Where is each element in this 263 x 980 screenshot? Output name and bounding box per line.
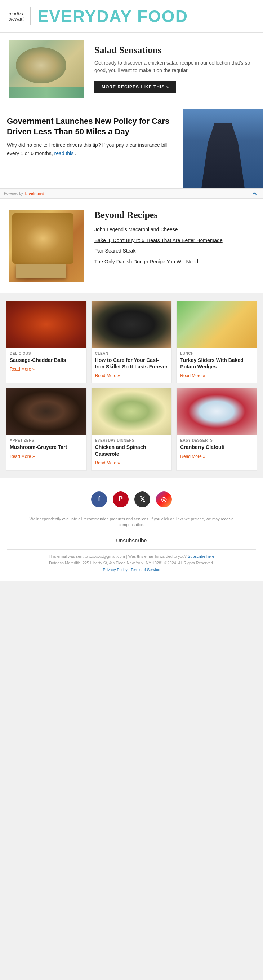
ad-text-block: Government Launches New Policy for Cars … (0, 109, 184, 188)
header-title: EVERYDAY FOOD (38, 6, 188, 26)
beyond-link-3[interactable]: The Only Danish Dough Recipe You Will Ne… (94, 258, 254, 266)
card-title-2: Turkey Sliders With Baked Potato Wedges (180, 357, 253, 370)
beyond-link-1[interactable]: Bake It, Don't Buy It: 6 Treats That Are… (94, 237, 254, 244)
recipe-card-4: EVERYDAY DINNERS Chicken and Spinach Cas… (91, 388, 172, 470)
beyond-image (9, 210, 84, 282)
instagram-icon[interactable]: ◎ (156, 492, 172, 508)
footer-line3: Privacy Policy | Terms of Service (7, 566, 256, 573)
card-image-3 (6, 388, 87, 435)
card-category-0: DELICIOUS (10, 352, 83, 355)
card-title-4: Chicken and Spinach Casserole (95, 444, 168, 457)
card-title-1: How to Care for Your Cast-Iron Skillet S… (95, 357, 168, 370)
recipe-card-1: CLEAN How to Care for Your Cast-Iron Ski… (91, 301, 172, 383)
card-body-1: CLEAN How to Care for Your Cast-Iron Ski… (92, 348, 172, 383)
card-title-3: Mushroom-Gruyere Tart (10, 444, 83, 450)
footer-info: This email was sent to xxxxxxx@gmail.com… (7, 553, 256, 573)
beyond-section: Beyond Recipes John Legend's Macaroni an… (0, 202, 263, 289)
martha-logo: martha stewart (9, 11, 24, 22)
hero-section: Salad Sensations Get ready to discover a… (0, 33, 263, 105)
card-image-2 (176, 301, 257, 348)
recipe-card-5: EASY DESSERTS Cranberry Clafouti Read Mo… (176, 388, 257, 470)
hero-description: Get ready to discover a chicken salad re… (94, 59, 254, 74)
beyond-text: Beyond Recipes John Legend's Macaroni an… (84, 210, 254, 282)
ad-headline: Government Launches New Policy for Cars … (7, 116, 177, 137)
email-container: martha stewart EVERYDAY FOOD Salad Sensa… (0, 0, 263, 581)
card-category-2: LUNCH (180, 352, 253, 355)
card-category-1: CLEAN (95, 352, 168, 355)
beyond-link-0[interactable]: John Legend's Macaroni and Cheese (94, 226, 254, 234)
ad-inner: Government Launches New Policy for Cars … (0, 109, 263, 188)
powered-by-label: Powered by (4, 192, 23, 196)
beyond-heading: Beyond Recipes (94, 210, 254, 221)
ad-badge: Ad (251, 191, 259, 196)
subscribe-link[interactable]: Subscribe here (188, 554, 214, 558)
ad-link[interactable]: read this (54, 151, 74, 156)
logo-line1: martha (9, 11, 24, 16)
card-category-4: EVERYDAY DINNERS (95, 438, 168, 442)
pinterest-icon[interactable]: P (113, 492, 128, 508)
card-title-0: Sausage-Cheddar Balls (10, 357, 83, 363)
beyond-link-2[interactable]: Pan-Seared Steak (94, 248, 254, 255)
facebook-icon[interactable]: f (91, 492, 107, 508)
ad-section: Government Launches New Policy for Cars … (0, 108, 263, 199)
card-read-more-4[interactable]: Read More » (95, 460, 120, 466)
footer-divider (7, 534, 256, 534)
card-image-0 (6, 301, 87, 348)
recipe-card-0: DELICIOUS Sausage-Cheddar Balls Read Mor… (6, 301, 87, 383)
card-body-0: DELICIOUS Sausage-Cheddar Balls Read Mor… (6, 348, 87, 376)
card-image-5 (176, 388, 257, 435)
card-read-more-3[interactable]: Read More » (10, 454, 35, 459)
card-body-3: APPETIZERS Mushroom-Gruyere Tart Read Mo… (6, 435, 87, 463)
hero-image (9, 40, 84, 98)
ad-image (184, 109, 263, 188)
liveintent-logo: LiveIntent (25, 192, 44, 196)
card-body-4: EVERYDAY DINNERS Chicken and Spinach Cas… (92, 435, 172, 470)
card-read-more-1[interactable]: Read More » (95, 373, 120, 378)
footer-line1: This email was sent to xxxxxxx@gmail.com… (7, 553, 256, 560)
hero-image-visual (9, 40, 84, 98)
twitter-icon[interactable]: 𝕏 (135, 492, 150, 508)
header: martha stewart EVERYDAY FOOD (0, 0, 263, 33)
disclaimer-text: We independently evaluate all recommende… (27, 516, 236, 528)
cta-button[interactable]: MORE RECIPES LIKE THIS » (94, 81, 176, 93)
footer-line2: Dotdash Meredith, 225 Liberty St, 4th Fl… (7, 560, 256, 566)
card-category-5: EASY DESSERTS (180, 438, 253, 442)
card-read-more-2[interactable]: Read More » (180, 373, 205, 378)
terms-of-service-link[interactable]: Terms of Service (131, 568, 160, 572)
recipe-card-2: LUNCH Turkey Sliders With Baked Potato W… (176, 301, 257, 383)
ad-body: Why did no one tell retiree drivers this… (7, 141, 177, 158)
card-body-5: EASY DESSERTS Cranberry Clafouti Read Mo… (176, 435, 257, 463)
ad-footer: Powered by LiveIntent Ad (0, 188, 263, 199)
cards-grid: DELICIOUS Sausage-Cheddar Balls Read Mor… (0, 293, 263, 478)
ad-footer-left: Powered by LiveIntent (4, 192, 44, 196)
logo-line2: stewart (9, 16, 24, 22)
social-section: f P 𝕏 ◎ We independently evaluate all re… (0, 480, 263, 581)
recipe-card-3: APPETIZERS Mushroom-Gruyere Tart Read Mo… (6, 388, 87, 470)
card-image-4 (92, 388, 172, 435)
card-read-more-5[interactable]: Read More » (180, 454, 205, 459)
card-body-2: LUNCH Turkey Sliders With Baked Potato W… (176, 348, 257, 383)
unsubscribe-button[interactable]: Unsubscribe (7, 538, 256, 543)
header-divider (30, 7, 31, 25)
card-category-3: APPETIZERS (10, 438, 83, 442)
hero-text: Salad Sensations Get ready to discover a… (84, 45, 254, 93)
card-read-more-0[interactable]: Read More » (10, 367, 35, 372)
privacy-policy-link[interactable]: Privacy Policy (103, 568, 127, 572)
social-icons: f P 𝕏 ◎ (7, 492, 256, 508)
card-title-5: Cranberry Clafouti (180, 444, 253, 450)
card-image-1 (92, 301, 172, 348)
hero-heading: Salad Sensations (94, 45, 254, 56)
